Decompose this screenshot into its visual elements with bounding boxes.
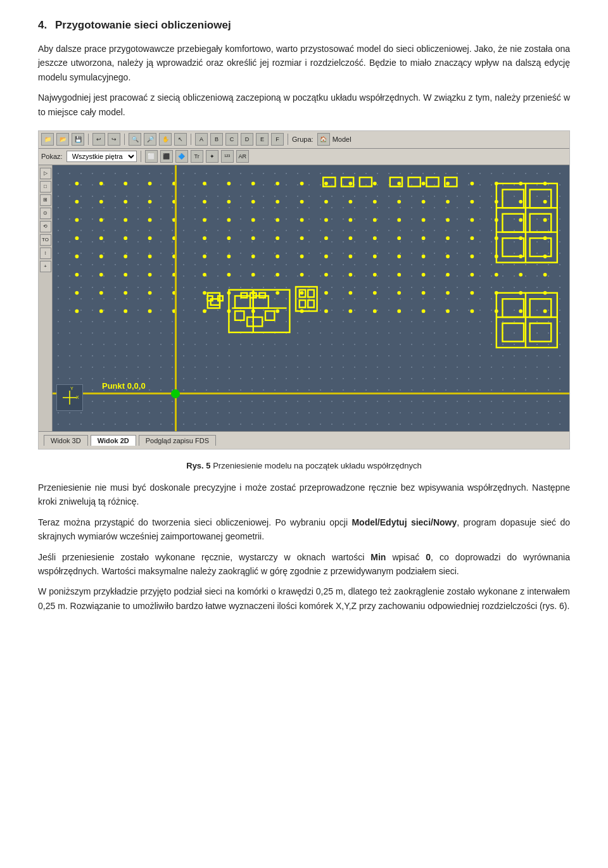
svg-point-121 bbox=[495, 273, 498, 277]
svg-rect-195 bbox=[502, 299, 524, 317]
svg-point-120 bbox=[471, 273, 474, 277]
svg-rect-201 bbox=[323, 177, 335, 186]
paragraph-2: Najwygodniej jest pracować z siecią obli… bbox=[38, 91, 570, 119]
toolbar-btn-e[interactable]: E bbox=[256, 133, 269, 146]
svg-point-11 bbox=[251, 182, 255, 186]
svg-point-91 bbox=[251, 255, 255, 258]
toolbar-btn-save[interactable]: 💾 bbox=[72, 133, 84, 146]
toolbar-btn-b[interactable]: B bbox=[210, 133, 223, 146]
paragraph-1: Aby dalsze prace przygotowawcze przebieg… bbox=[38, 42, 570, 84]
svg-point-146 bbox=[124, 309, 127, 313]
figure-caption: Rys. 5 Przeniesienie modelu na początek … bbox=[38, 461, 570, 470]
toolbar-btn-undo[interactable]: ↩ bbox=[92, 133, 105, 146]
toolbar-btn-g4[interactable]: Tr bbox=[191, 150, 203, 163]
svg-point-30 bbox=[227, 200, 231, 204]
left-btn-7[interactable]: ↕ bbox=[40, 248, 51, 259]
svg-point-98 bbox=[422, 255, 426, 258]
svg-point-14 bbox=[324, 182, 328, 186]
svg-point-26 bbox=[124, 200, 127, 204]
svg-point-119 bbox=[446, 273, 450, 277]
toolbar-btn-zoom-out[interactable]: 🔎 bbox=[144, 133, 156, 146]
section-title: Przygotowanie sieci obliczeniowej bbox=[55, 19, 231, 31]
canvas-area[interactable]: ▷ □ ⊞ ⊙ ⟲ TO ↕ + Punkt 0,0,0 Y X bbox=[39, 165, 569, 431]
svg-point-133 bbox=[300, 291, 304, 295]
svg-point-95 bbox=[349, 255, 353, 258]
toolbar-btn-zoom-in[interactable]: 🔍 bbox=[129, 133, 141, 146]
svg-point-6 bbox=[124, 182, 127, 186]
toolbar-btn-pan[interactable]: ✋ bbox=[159, 133, 172, 146]
toolbar-btn-c[interactable]: C bbox=[225, 133, 238, 146]
paragraph-4: Teraz można przystąpić do tworzenia siec… bbox=[38, 515, 570, 544]
horizontal-axis-line bbox=[53, 393, 569, 394]
left-btn-6[interactable]: TO bbox=[40, 234, 51, 246]
svg-point-40 bbox=[471, 200, 474, 204]
toolbar-btn-g5[interactable]: ✦ bbox=[206, 150, 218, 163]
toolbar-btn-select[interactable]: ↖ bbox=[174, 133, 187, 146]
svg-point-19 bbox=[446, 182, 450, 186]
svg-point-47 bbox=[148, 218, 152, 222]
origin-dot bbox=[171, 389, 180, 398]
toolbar-btn-g2[interactable]: ⬛ bbox=[160, 150, 173, 163]
tab-widok-3d[interactable]: Widok 3D bbox=[44, 435, 88, 446]
group-value: Model bbox=[332, 135, 352, 143]
left-btn-2[interactable]: □ bbox=[40, 181, 51, 192]
left-btn-5[interactable]: ⟲ bbox=[40, 221, 51, 232]
svg-point-147 bbox=[148, 309, 152, 313]
svg-point-9 bbox=[203, 182, 206, 186]
left-btn-8[interactable]: + bbox=[40, 261, 51, 272]
svg-rect-207 bbox=[445, 177, 457, 186]
left-btn-1[interactable]: ▷ bbox=[40, 168, 51, 179]
svg-point-45 bbox=[99, 218, 103, 222]
svg-point-66 bbox=[124, 236, 127, 240]
pokaz-dropdown[interactable]: Wszystkie piętra bbox=[66, 151, 137, 162]
toolbar-btn-new[interactable]: 📁 bbox=[41, 133, 54, 146]
svg-rect-205 bbox=[408, 177, 421, 186]
app-toolbar-row2: Pokaz: Wszystkie piętra ⬜ ⬛ 🔷 Tr ✦ ¹²³ A… bbox=[39, 149, 569, 165]
svg-point-53 bbox=[300, 218, 304, 222]
bold-min: Min bbox=[370, 552, 386, 562]
svg-rect-183 bbox=[308, 300, 314, 308]
separator-1 bbox=[88, 134, 89, 145]
svg-point-159 bbox=[446, 309, 450, 313]
svg-point-49 bbox=[203, 218, 206, 222]
toolbar-btn-f[interactable]: F bbox=[271, 133, 284, 146]
svg-point-94 bbox=[324, 255, 328, 258]
left-btn-4[interactable]: ⊙ bbox=[40, 208, 51, 219]
svg-point-163 bbox=[543, 309, 547, 313]
svg-point-29 bbox=[203, 200, 206, 204]
svg-rect-188 bbox=[530, 214, 552, 232]
svg-point-39 bbox=[446, 200, 450, 204]
svg-point-123 bbox=[543, 273, 547, 277]
svg-point-118 bbox=[422, 273, 426, 277]
toolbar-btn-redo[interactable]: ↪ bbox=[108, 133, 120, 146]
left-btn-3[interactable]: ⊞ bbox=[40, 194, 51, 206]
paragraph-5: Jeśli przeniesienie zostało wykonane ręc… bbox=[38, 550, 570, 579]
svg-point-160 bbox=[471, 309, 474, 313]
svg-point-96 bbox=[373, 255, 377, 258]
group-label: Grupa: bbox=[292, 135, 314, 143]
svg-rect-173 bbox=[265, 311, 274, 320]
svg-rect-206 bbox=[426, 177, 438, 186]
toolbar-btn-d[interactable]: D bbox=[241, 133, 253, 146]
svg-point-106 bbox=[124, 273, 127, 277]
svg-rect-186 bbox=[530, 189, 552, 208]
svg-point-152 bbox=[276, 309, 279, 313]
svg-point-140 bbox=[471, 291, 474, 295]
svg-point-77 bbox=[397, 236, 401, 240]
toolbar-btn-a[interactable]: A bbox=[195, 133, 208, 146]
toolbar-btn-open[interactable]: 📂 bbox=[56, 133, 69, 146]
svg-point-50 bbox=[227, 218, 231, 222]
svg-point-59 bbox=[446, 218, 450, 222]
toolbar-btn-g6[interactable]: ¹²³ bbox=[221, 150, 234, 163]
svg-point-89 bbox=[203, 255, 206, 258]
tab-podglad-fds[interactable]: Podgląd zapisu FDS bbox=[139, 435, 216, 446]
svg-point-105 bbox=[99, 273, 103, 277]
svg-text:X: X bbox=[76, 395, 79, 399]
svg-point-124 bbox=[75, 291, 79, 295]
tab-widok-2d[interactable]: Widok 2D bbox=[91, 435, 136, 446]
toolbar-btn-ar[interactable]: AR bbox=[236, 150, 249, 163]
svg-point-99 bbox=[446, 255, 450, 258]
toolbar-btn-g1[interactable]: ⬜ bbox=[145, 150, 158, 163]
toolbar-btn-g3[interactable]: 🔷 bbox=[175, 150, 188, 163]
svg-rect-194 bbox=[497, 293, 557, 348]
